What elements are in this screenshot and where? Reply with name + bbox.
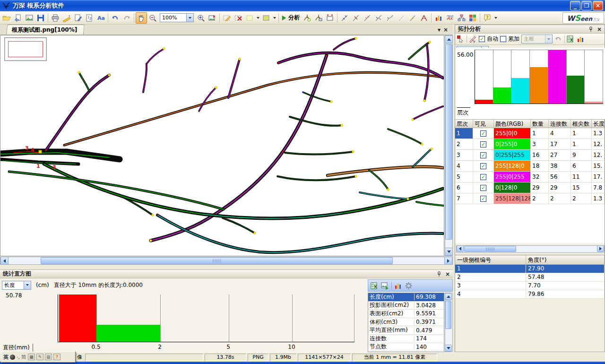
stats-row[interactable]: 连接数174: [368, 335, 444, 343]
visible-checkbox[interactable]: ✓: [480, 163, 486, 169]
ime-pad-icon[interactable]: ▤: [45, 354, 52, 360]
text-button[interactable]: Aa: [95, 12, 106, 24]
analyze-play-icon[interactable]: [280, 12, 288, 24]
level-cell[interactable]: 1: [455, 128, 473, 139]
line-cut-button[interactable]: [350, 12, 362, 24]
ime-help-icon[interactable]: ?: [53, 354, 60, 360]
column-header[interactable]: 根尖数: [571, 120, 592, 128]
root-extract-button[interactable]: [302, 12, 313, 24]
navigator-thumbnail[interactable]: [4, 37, 47, 61]
tab-close-button[interactable]: ×: [443, 27, 448, 33]
numbering-button[interactable]: 12: [84, 12, 95, 24]
fit-image-button[interactable]: [207, 12, 218, 24]
edit-page-button[interactable]: [72, 12, 84, 24]
pin-icon[interactable]: [588, 26, 593, 32]
open-button[interactable]: [1, 12, 12, 24]
scroll-up-arrow[interactable]: [445, 35, 453, 43]
region-edit-button[interactable]: [221, 12, 233, 24]
measure-rect-button[interactable]: [324, 12, 336, 24]
level-cell[interactable]: 5: [455, 172, 473, 182]
restore-button[interactable]: ❐: [581, 1, 592, 10]
zoom-out-button[interactable]: [147, 12, 158, 24]
mark-root-icon[interactable]: [469, 35, 477, 43]
stats-scroll-thumb[interactable]: [445, 301, 451, 329]
stats-row[interactable]: 表面积(cm2)9.5591: [368, 310, 444, 318]
level-cell[interactable]: 4: [455, 161, 473, 171]
scroll-right-arrow[interactable]: [444, 257, 452, 265]
visible-checkbox[interactable]: ✓: [480, 152, 486, 158]
tab-root-test-image[interactable]: 根系测试图.png[100%]: [6, 25, 85, 35]
angle-measure-button[interactable]: [418, 12, 430, 24]
stats-chart-icon[interactable]: [394, 282, 402, 290]
topo-bar[interactable]: [567, 76, 585, 104]
hierarchy-button[interactable]: [456, 12, 467, 24]
level-cell[interactable]: 7: [455, 193, 473, 204]
line-add-node-button[interactable]: [339, 12, 350, 24]
visible-checkbox[interactable]: ✓: [480, 141, 486, 147]
table-row[interactable]: 5✓255|0|25532561117.: [455, 172, 605, 182]
histogram-metric-combo[interactable]: 长度: [2, 281, 31, 290]
topo-bar[interactable]: [511, 78, 529, 104]
navigator-viewport-rect[interactable]: [8, 41, 43, 57]
ime-punct-icon[interactable]: ·,: [17, 354, 20, 360]
topo-scroll-right[interactable]: [597, 245, 604, 252]
help-button[interactable]: ?: [482, 12, 493, 24]
image-button[interactable]: [24, 12, 35, 24]
visible-checkbox[interactable]: ✓: [480, 174, 486, 180]
export-image-icon[interactable]: [381, 282, 389, 290]
table-row[interactable]: 7✓255|128|1282221.3: [455, 193, 605, 204]
topo-scroll-left[interactable]: [457, 245, 464, 252]
export-excel-icon[interactable]: X: [371, 282, 379, 290]
topo-bar[interactable]: [493, 87, 511, 104]
stats-scroll-down[interactable]: [445, 345, 452, 352]
bar-chart-button[interactable]: [433, 12, 444, 24]
angle-row[interactable]: 37.70: [455, 282, 605, 290]
tab-list-dropdown[interactable]: ▾: [438, 27, 441, 33]
zoom-combo[interactable]: 100%: [160, 13, 194, 22]
tile-windows-button[interactable]: [467, 12, 478, 24]
stats-row[interactable]: 平均直径(mm)0.479: [368, 326, 444, 335]
close-button[interactable]: ✕: [593, 1, 603, 10]
topo-bar[interactable]: [475, 100, 493, 104]
visible-checkbox[interactable]: ✓: [480, 130, 486, 137]
stats-scrollbar[interactable]: [445, 293, 453, 352]
topo-excel-icon[interactable]: X: [567, 35, 575, 43]
stats-row[interactable]: 长度(cm)69.308: [368, 293, 444, 302]
column-header[interactable]: 可见: [473, 120, 494, 128]
line-join-button[interactable]: [362, 12, 373, 24]
line-thin-button[interactable]: [396, 12, 407, 24]
scroll-left-arrow[interactable]: [0, 257, 9, 265]
ime-toolbox-icon[interactable]: ✎: [36, 354, 43, 360]
histogram-close-icon[interactable]: ×: [445, 271, 450, 277]
topo-bar[interactable]: [548, 50, 566, 104]
visible-checkbox[interactable]: ✓: [480, 185, 486, 191]
column-header[interactable]: 角度(°): [526, 255, 605, 264]
angle-row[interactable]: 257.48: [455, 273, 605, 282]
redo-button[interactable]: [121, 12, 132, 24]
stats-row[interactable]: 投影面积(cm2)3.0428: [368, 302, 444, 310]
table-row[interactable]: 4✓255|128|01838615.: [455, 161, 605, 172]
ime-mode-icon[interactable]: [10, 355, 15, 360]
stats-row[interactable]: 节点数140: [368, 343, 444, 352]
line-smooth-button[interactable]: [384, 12, 396, 24]
undo-button[interactable]: [110, 12, 121, 24]
level-cell[interactable]: 3: [455, 150, 473, 160]
save-button[interactable]: [35, 12, 46, 24]
visible-checkbox[interactable]: ✓: [480, 196, 486, 202]
table-row[interactable]: 1✓255|0|01411.3: [455, 128, 605, 139]
topo-bar[interactable]: [585, 102, 603, 104]
topo-chart-icon[interactable]: [577, 35, 585, 43]
ime-simplified-indicator[interactable]: 简: [21, 354, 26, 361]
level-cell[interactable]: 6: [455, 182, 473, 193]
column-header[interactable]: 层次: [455, 120, 473, 128]
angle-row[interactable]: 479.86: [455, 290, 605, 299]
column-header[interactable]: 颜色(RGB): [494, 120, 531, 128]
zoom-combo-arrow[interactable]: [186, 14, 193, 22]
ime-lang-indicator[interactable]: 英: [3, 354, 9, 361]
stats-row[interactable]: 体积(cm3)0.3971: [368, 318, 444, 327]
select-region-button[interactable]: [244, 12, 255, 24]
analyze-button[interactable]: 分析: [288, 14, 300, 22]
fill-region-dropdown[interactable]: [272, 12, 277, 24]
root-prune-button[interactable]: [313, 12, 324, 24]
fill-region-button[interactable]: [260, 12, 272, 24]
